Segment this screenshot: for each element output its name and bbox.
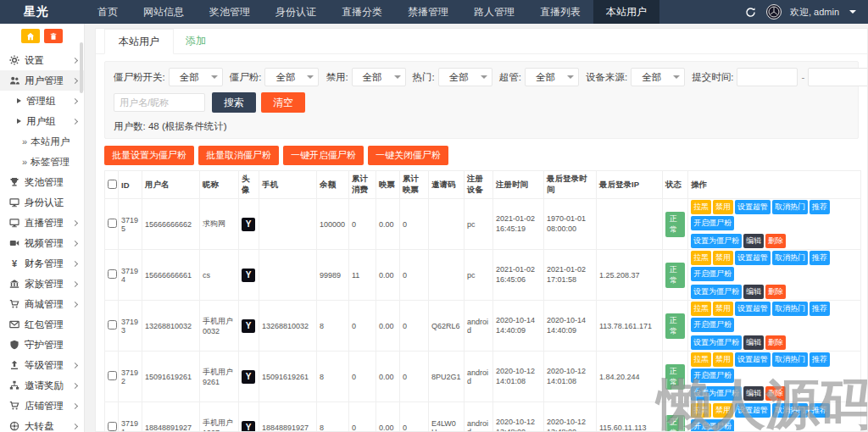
edit-button[interactable]: 编辑 <box>743 335 764 350</box>
sidebar-item-标签管理[interactable]: »标签管理 <box>0 152 84 172</box>
edit-button[interactable]: 编辑 <box>743 386 764 401</box>
sidebar-item-本站用户[interactable]: »本站用户 <box>0 131 84 152</box>
sidebar-scrollbar[interactable] <box>80 42 83 93</box>
blacklist-button[interactable]: 拉黑 <box>691 251 711 265</box>
sidebar-item-设置[interactable]: 设置 <box>0 50 84 70</box>
recommend-button[interactable]: 推荐 <box>810 200 830 214</box>
edit-button[interactable]: 编辑 <box>743 285 764 299</box>
edit-button[interactable]: 编辑 <box>743 234 764 248</box>
sidebar-item-用户组[interactable]: 用户组 <box>0 111 84 131</box>
disable-all-zombie-button[interactable]: 一键关闭僵尸粉 <box>368 146 448 165</box>
sidebar-item-红包管理[interactable]: 红包管理 <box>0 314 84 335</box>
recommend-button[interactable]: 推荐 <box>810 251 830 265</box>
nav-item-身份认证[interactable]: 身份认证 <box>263 0 329 24</box>
nav-item-直播列表[interactable]: 直播列表 <box>527 0 593 24</box>
blacklist-button[interactable]: 拉黑 <box>691 200 711 214</box>
superadmin-select[interactable]: 全部 <box>525 68 579 86</box>
select-all-checkbox[interactable] <box>108 180 117 189</box>
enable-zombie-button[interactable]: 开启僵尸粉 <box>691 216 734 230</box>
sidebar-item-家族管理[interactable]: 家族管理 <box>0 274 84 294</box>
blacklist-button[interactable]: 拉黑 <box>691 403 711 418</box>
batch-cancel-zombie-button[interactable]: 批量取消僵尸粉 <box>198 146 279 165</box>
nav-item-奖池管理[interactable]: 奖池管理 <box>197 0 263 24</box>
set-zombie-button[interactable]: 设置为僵尸粉 <box>691 285 742 299</box>
row-checkbox[interactable] <box>108 422 117 431</box>
sidebar-item-视频管理[interactable]: 视频管理 <box>0 233 84 253</box>
nav-item-禁播管理[interactable]: 禁播管理 <box>395 0 461 24</box>
set-superadmin-button[interactable]: 设置超管 <box>735 251 771 265</box>
welcome-text[interactable]: 欢迎, admin <box>790 6 839 19</box>
search-button[interactable]: 搜索 <box>212 92 256 113</box>
delete-button[interactable]: 删除 <box>765 285 786 299</box>
sidebar-item-大转盘[interactable]: 大转盘 <box>0 416 84 432</box>
zombie-switch-select[interactable]: 全部 <box>169 68 223 86</box>
set-zombie-button[interactable]: 设置为僵尸粉 <box>691 335 742 350</box>
nav-item-直播分类[interactable]: 直播分类 <box>329 0 395 24</box>
nav-item-本站用户[interactable]: 本站用户 <box>593 0 659 24</box>
delete-button[interactable]: 删除 <box>765 386 786 401</box>
row-checkbox[interactable] <box>108 371 117 380</box>
recommend-button[interactable]: 推荐 <box>810 302 830 316</box>
clear-button[interactable]: 清空 <box>261 92 305 113</box>
blacklist-button[interactable]: 拉黑 <box>691 352 711 367</box>
disable-button[interactable]: 禁用 <box>713 302 733 316</box>
user-avatar[interactable] <box>766 4 782 19</box>
home-button[interactable] <box>21 29 40 43</box>
sidebar-item-身份认证[interactable]: 身份认证 <box>0 192 84 213</box>
sidebar-item-邀请奖励[interactable]: 邀请奖励 <box>0 375 84 396</box>
sidebar-item-奖池管理[interactable]: 奖池管理 <box>0 172 84 192</box>
submit-time-start-input[interactable] <box>737 68 798 86</box>
disable-button[interactable]: 禁用 <box>713 352 733 367</box>
sidebar-item-用户管理[interactable]: 用户管理 <box>0 70 84 91</box>
sidebar-item-商城管理[interactable]: 商城管理 <box>0 294 84 314</box>
last-ip-cell: 115.60.11.113 <box>597 402 663 432</box>
set-zombie-button[interactable]: 设置为僵尸粉 <box>691 386 742 401</box>
nav-item-路人管理[interactable]: 路人管理 <box>461 0 527 24</box>
tab-site-users[interactable]: 本站用户 <box>104 29 174 54</box>
cancel-hot-button[interactable]: 取消热门 <box>772 200 808 214</box>
disable-button[interactable]: 禁用 <box>713 200 733 214</box>
sidebar-item-管理组[interactable]: 管理组 <box>0 91 84 111</box>
batch-set-zombie-button[interactable]: 批量设置为僵尸粉 <box>104 146 194 165</box>
set-superadmin-button[interactable]: 设置超管 <box>735 200 771 214</box>
set-superadmin-button[interactable]: 设置超管 <box>735 352 771 367</box>
set-zombie-button[interactable]: 设置为僵尸粉 <box>691 234 742 248</box>
disable-button[interactable]: 禁用 <box>713 251 733 265</box>
device-source-select[interactable]: 全部 <box>631 68 685 86</box>
sidebar-item-等级管理[interactable]: 等级管理 <box>0 355 84 375</box>
sidebar-item-财务管理[interactable]: ¥财务管理 <box>0 253 84 274</box>
cancel-hot-button[interactable]: 取消热门 <box>772 251 808 265</box>
enable-zombie-button[interactable]: 开启僵尸粉 <box>691 267 734 281</box>
hot-select[interactable]: 全部 <box>438 68 492 86</box>
delete-button[interactable]: 删除 <box>765 335 786 350</box>
sidebar-item-店铺管理[interactable]: 店铺管理 <box>0 396 84 416</box>
sidebar-item-直播管理[interactable]: 直播管理 <box>0 213 84 233</box>
disabled-select[interactable]: 全部 <box>352 68 406 86</box>
cancel-hot-button[interactable]: 取消热门 <box>772 302 808 316</box>
enable-zombie-button[interactable]: 开启僵尸粉 <box>691 368 734 383</box>
nav-item-首页[interactable]: 首页 <box>85 0 131 24</box>
set-superadmin-button[interactable]: 设置超管 <box>735 403 771 418</box>
enable-all-zombie-button[interactable]: 一键开启僵尸粉 <box>283 146 364 165</box>
blacklist-button[interactable]: 拉黑 <box>691 302 711 316</box>
add-tab-link[interactable]: 添加 <box>174 29 218 53</box>
row-checkbox[interactable] <box>108 320 117 330</box>
cancel-hot-button[interactable]: 取消热门 <box>772 352 808 367</box>
recommend-button[interactable]: 推荐 <box>810 403 830 418</box>
delete-button[interactable]: 删除 <box>765 234 786 248</box>
zombie-select[interactable]: 全部 <box>264 68 319 86</box>
username-nickname-input[interactable] <box>114 93 205 112</box>
trash-button[interactable] <box>44 29 63 43</box>
nav-item-网站信息[interactable]: 网站信息 <box>131 0 197 24</box>
submit-time-end-input[interactable] <box>808 68 868 86</box>
enable-zombie-button[interactable]: 开启僵尸粉 <box>691 318 734 332</box>
disable-button[interactable]: 禁用 <box>713 403 733 418</box>
set-superadmin-button[interactable]: 设置超管 <box>735 302 771 316</box>
enable-zombie-button[interactable]: 开启僵尸粉 <box>691 419 734 432</box>
sidebar-item-守护管理[interactable]: 守护管理 <box>0 335 84 355</box>
recommend-button[interactable]: 推荐 <box>810 352 830 367</box>
row-checkbox[interactable] <box>108 269 117 279</box>
cancel-hot-button[interactable]: 取消热门 <box>772 403 808 418</box>
row-checkbox[interactable] <box>108 219 117 228</box>
refresh-icon[interactable] <box>744 5 758 19</box>
